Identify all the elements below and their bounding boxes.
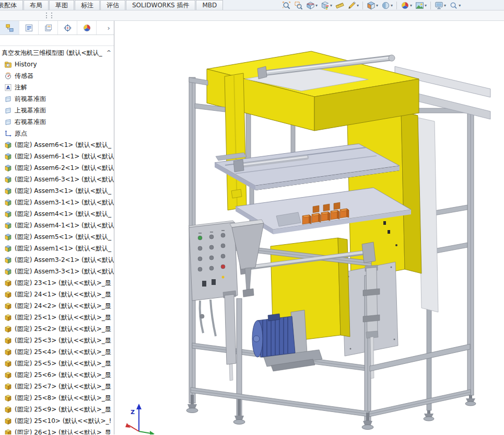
feature-tree-items: History传感器A注解前视基准面上视基准面右视基准面原点(固定) Assem… [0, 59, 114, 434]
tree-item[interactable]: (固定) Assem1<1> (默认<默认_ [0, 243, 114, 254]
tree-item[interactable]: 前视基准面 [0, 93, 114, 105]
tree-item[interactable]: (固定) 25<2> (默认<<默认>_显 [0, 323, 114, 335]
tree-item[interactable]: A注解 [0, 82, 114, 93]
tree-item[interactable]: (固定) 25<8> (默认<<默认>_显 [0, 392, 114, 404]
assembly-icon [4, 222, 12, 230]
vertical-ram [223, 291, 236, 381]
tree-item[interactable]: (固定) 23<1> (默认<<默认>_显 [0, 277, 114, 289]
chevron-down-icon[interactable]: ▾ [410, 4, 412, 8]
tree-item[interactable]: (固定) Assem6<1> (默认<默认_ [0, 139, 114, 151]
zoom-to-fit-icon[interactable] [282, 1, 291, 10]
tree-item[interactable]: (固定) 25<9> (默认<<默认>_显 [0, 404, 114, 415]
edit-appearance-icon[interactable]: ▾ [401, 1, 412, 10]
part-icon [4, 417, 12, 425]
tree-item[interactable]: (固定) Assem4<1> (默认<默认_ [0, 208, 114, 220]
assembly-visualization-icon[interactable]: ▾ [321, 1, 332, 10]
display-style-icon[interactable]: ▾ [381, 1, 393, 10]
tree-item[interactable]: 上视基准面 [0, 105, 114, 116]
chevron-down-icon[interactable]: ▾ [330, 4, 332, 8]
ribbon-tab[interactable]: 布局 [24, 0, 49, 10]
ribbon-tab[interactable]: 草图 [49, 0, 74, 10]
chevron-down-icon[interactable]: ▾ [425, 4, 427, 8]
view-settings-icon[interactable]: ▾ [435, 1, 446, 10]
view-orientation-icon[interactable]: ▾ [367, 1, 378, 10]
tree-item[interactable]: (固定) Assem3-1<1> (默认<默认 [0, 197, 114, 208]
tree-item[interactable]: (固定) 25<6> (默认<<默认>_显 [0, 369, 114, 381]
edit-component-icon[interactable]: ▾ [347, 1, 359, 10]
ribbon-tab[interactable]: 标注 [75, 0, 100, 10]
propertymanager-tab[interactable] [19, 21, 39, 35]
tree-item-label: (固定) 25<5> (默认<<默认>_显 [15, 359, 111, 368]
tree-item[interactable]: (固定) Assem6-2<1> (默认<默认 [0, 162, 114, 174]
machine-viewport[interactable]: Z [114, 21, 504, 434]
history-icon [4, 61, 12, 68]
tree-item[interactable]: 传感器 [0, 70, 114, 82]
graphics-area[interactable]: Z [114, 21, 504, 434]
zoom-to-area-icon[interactable] [294, 1, 303, 10]
tree-item[interactable]: (固定) 25<5> (默认<<默认>_显 [0, 358, 114, 369]
tree-item-label: (固定) Assem1<1> (默认<默认_ [15, 244, 111, 253]
collapse-arrow-icon[interactable]: ^ [107, 47, 111, 59]
tree-item-label: (固定) 26<1> (默认<<默认>_显 [15, 428, 111, 435]
tree-item-label: (固定) Assem3<1> (默认<默认_ [15, 187, 111, 196]
tree-item[interactable]: (固定) Assem6-1<1> (默认<默认 [0, 151, 114, 162]
assembly-icon [4, 268, 12, 276]
measure-icon[interactable] [335, 1, 344, 10]
tree-item[interactable]: 原点 [0, 128, 114, 139]
chevron-down-icon[interactable]: ▾ [459, 4, 461, 8]
assembly-icon [4, 141, 12, 149]
tree-item[interactable]: (固定) 25<7> (默认<<默认>_显 [0, 381, 114, 392]
tree-item[interactable]: (固定) 25<10> (默认<<默认>_! [0, 415, 114, 427]
ribbon-tab[interactable]: SOLIDWORKS 插件 [126, 0, 195, 10]
tree-item[interactable]: (固定) 24<2> (默认<<默认>_显 [0, 300, 114, 312]
origin-icon [4, 130, 12, 138]
search-icon[interactable]: ▾ [449, 1, 461, 10]
tree-item[interactable]: (固定) 25<1> (默认<<默认>_显 [0, 312, 114, 323]
displaymanager-tab[interactable] [77, 21, 97, 35]
assembly-icon [4, 245, 12, 253]
tree-item-label: (固定) Assem6-2<1> (默认<默认 [15, 164, 114, 173]
toolbar-separator [430, 2, 431, 9]
tree-root-item[interactable]: 真空发泡机三维模型图 (默认<默认_ ^ [0, 47, 114, 59]
ribbon-tab[interactable]: 装配体 [0, 0, 23, 10]
tree-item[interactable]: (固定) Assem4-1<1> (默认<默认 [0, 220, 114, 231]
chevron-down-icon[interactable]: ▾ [376, 4, 378, 8]
apply-scene-icon[interactable]: ▾ [415, 1, 427, 10]
tree-item-label: (固定) 25<4> (默认<<默认>_显 [15, 348, 111, 357]
part-icon [4, 291, 12, 299]
tree-item[interactable]: (固定) 24<1> (默认<<默认>_显 [0, 289, 114, 300]
tree-item-label: (固定) Assem4-1<1> (默认<默认 [15, 221, 114, 230]
part-icon [4, 383, 12, 391]
feature-tree: 真空发泡机三维模型图 (默认<默认_ ^ History传感器A注解前视基准面上… [0, 46, 114, 434]
tree-item[interactable]: (固定) Assem3-3<1> (默认<默认 [0, 266, 114, 277]
dimxpertmanager-tab[interactable] [58, 21, 77, 35]
featuremanager-tab[interactable] [0, 21, 19, 35]
chevron-down-icon[interactable]: ▾ [315, 4, 318, 8]
tree-item[interactable]: History [0, 59, 114, 70]
toolbar-drag-handle[interactable] [46, 13, 52, 18]
ribbon-tab[interactable]: 评估 [100, 0, 125, 10]
part-icon [4, 325, 12, 333]
tree-item[interactable]: (固定) 25<3> (默认<<默认>_显 [0, 335, 114, 346]
ribbon-tab[interactable]: MBD [196, 0, 223, 10]
tree-item[interactable]: (固定) Assem5<1> (默认<默认_ [0, 231, 114, 243]
tree-item-label: 前视基准面 [15, 95, 46, 104]
part-icon [4, 348, 12, 356]
tree-item-label: 传感器 [15, 72, 33, 81]
panel-flyout-button[interactable]: › [104, 23, 113, 32]
part-icon [4, 371, 12, 379]
tree-item-label: 原点 [15, 129, 27, 138]
tree-item[interactable]: (固定) Assem3-2<1> (默认<默认 [0, 254, 114, 266]
tree-item[interactable]: (固定) Assem6-3<1> (默认<默认 [0, 174, 114, 185]
tree-item[interactable]: (固定) Assem3<1> (默认<默认_ [0, 185, 114, 197]
plane-icon [4, 118, 12, 126]
chevron-down-icon[interactable]: ▾ [444, 4, 446, 8]
tree-item[interactable]: (固定) 25<4> (默认<<默认>_显 [0, 346, 114, 358]
chevron-down-icon[interactable]: ▾ [357, 4, 359, 8]
tree-item[interactable]: (固定) 26<1> (默认<<默认>_显 [0, 427, 114, 434]
tree-item[interactable]: 右视基准面 [0, 116, 114, 128]
part-icon [4, 302, 12, 310]
chevron-down-icon[interactable]: ▾ [391, 4, 393, 8]
configurationmanager-tab[interactable] [39, 21, 58, 35]
section-view-icon[interactable]: ▾ [306, 1, 318, 10]
